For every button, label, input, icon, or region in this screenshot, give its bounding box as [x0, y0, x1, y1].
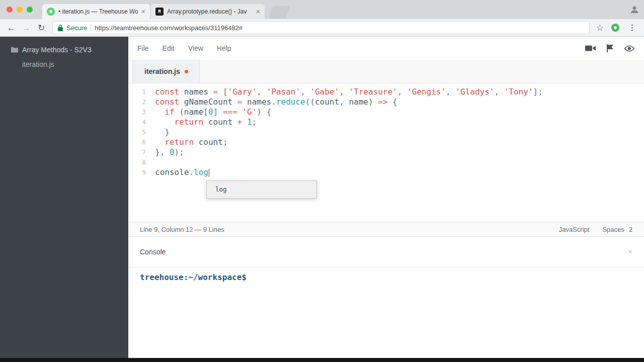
line-number: 7	[128, 147, 146, 157]
code-text: return count;	[146, 137, 228, 147]
console-close-icon[interactable]: ×	[628, 248, 632, 256]
new-tab-button[interactable]	[269, 6, 290, 19]
browser-tab-mdn[interactable]: M Array.prototype.reduce() - Jav ×	[151, 4, 265, 19]
autocomplete-popup: log	[206, 180, 317, 199]
menu-file[interactable]: File	[137, 44, 149, 52]
extension-icon[interactable]	[611, 24, 619, 32]
code-text: }	[146, 127, 170, 137]
window-minimize-button[interactable]	[17, 7, 23, 13]
code-text: return count + 1;	[146, 117, 257, 127]
profile-icon[interactable]	[630, 5, 639, 16]
file-tab-iteration-js[interactable]: iteration.js	[133, 60, 200, 83]
browser-window: • iteration.js — Treehouse Wor × M Array…	[0, 0, 644, 362]
code-text: const names = ['Gary', 'Pasan', 'Gabe', …	[146, 87, 543, 97]
code-line: 1const names = ['Gary', 'Pasan', 'Gabe',…	[128, 87, 644, 97]
browser-toolbar: ← → ↻ Secure https://teamtreehouse.com/w…	[0, 19, 644, 37]
browser-tab-title: Array.prototype.reduce() - Jav	[167, 8, 253, 15]
browser-tab-title: • iteration.js — Treehouse Wor	[58, 8, 138, 15]
eye-icon[interactable]	[624, 45, 635, 52]
workspace: Array Methods - S2V3 iteration.js File E…	[0, 37, 644, 358]
file-tab-bar: iteration.js	[128, 60, 644, 83]
line-number: 5	[128, 127, 146, 137]
browser-tabstrip: • iteration.js — Treehouse Wor × M Array…	[0, 0, 644, 19]
terminal-prompt: treehouse:~/workspace$	[140, 273, 247, 282]
back-button[interactable]: ←	[5, 24, 17, 32]
indent-selector[interactable]: Spaces 2	[602, 226, 632, 233]
browser-menu-dots-icon[interactable]: ⋮	[625, 23, 639, 32]
address-bar[interactable]: Secure https://teamtreehouse.com/workspa…	[52, 21, 590, 34]
line-number: 2	[128, 97, 146, 107]
file-tab-label: iteration.js	[144, 67, 180, 75]
code-editor[interactable]: 1const names = ['Gary', 'Pasan', 'Gabe',…	[128, 83, 644, 222]
mdn-favicon-icon: M	[155, 8, 164, 16]
line-number: 6	[128, 137, 146, 147]
line-number: 9	[128, 167, 146, 177]
menubar-actions	[585, 44, 635, 53]
line-number: 4	[128, 117, 146, 127]
code-text: }, 0);	[146, 147, 184, 157]
window-zoom-button[interactable]	[27, 7, 33, 13]
workspace-menubar: File Edit View Help	[128, 37, 644, 60]
project-folder-item[interactable]: Array Methods - S2V3	[11, 46, 128, 54]
console-terminal[interactable]: treehouse:~/workspace$	[128, 267, 644, 358]
flag-icon[interactable]	[606, 44, 614, 53]
treehouse-favicon-icon	[47, 8, 55, 16]
code-text: console.log	[146, 167, 209, 177]
code-line: 4 return count + 1;	[128, 117, 644, 127]
console-tab[interactable]: Console	[140, 248, 166, 256]
url-text: https://teamtreehouse.com/workspaces/311…	[95, 24, 243, 32]
console-header: Console ×	[128, 237, 644, 267]
indent-value: 2	[629, 226, 632, 233]
window-controls	[7, 7, 33, 13]
menu-edit[interactable]: Edit	[163, 44, 175, 52]
forward-button[interactable]: →	[20, 24, 32, 32]
security-label: Secure	[66, 24, 87, 32]
reload-button[interactable]: ↻	[35, 24, 47, 32]
unsaved-changes-dot	[185, 70, 188, 73]
editor-pane: File Edit View Help	[128, 37, 644, 358]
editor-statusbar: Line 9, Column 12 — 9 Lines JavaScript S…	[128, 222, 644, 237]
line-number: 8	[128, 157, 146, 167]
code-line: 5 }	[128, 127, 644, 137]
file-sidebar: Array Methods - S2V3 iteration.js	[0, 37, 128, 358]
language-selector[interactable]: JavaScript	[559, 226, 590, 233]
autocomplete-item[interactable]: log	[207, 181, 316, 198]
bottom-letterbox-bar	[0, 358, 644, 362]
cursor-position-label: Line 9, Column 12 — 9 Lines	[140, 226, 224, 233]
folder-icon	[11, 47, 18, 53]
line-number: 3	[128, 107, 146, 117]
code-line: 8	[128, 157, 644, 167]
code-line: 6 return count;	[128, 137, 644, 147]
code-line: 2const gNameCount = names.reduce((count,…	[128, 97, 644, 107]
window-close-button[interactable]	[7, 7, 13, 13]
indent-label: Spaces	[602, 226, 624, 233]
code-text	[146, 157, 155, 167]
sidebar-file-item[interactable]: iteration.js	[22, 60, 128, 68]
tab-close-icon[interactable]: ×	[256, 8, 260, 15]
tab-close-icon[interactable]: ×	[141, 8, 145, 15]
code-line: 3 if (name[0] === 'G') {	[128, 107, 644, 117]
code-text: const gNameCount = names.reduce((count, …	[146, 97, 397, 107]
code-line: 9console.log	[128, 167, 644, 177]
camera-icon[interactable]	[585, 44, 596, 52]
code-line: 7}, 0);	[128, 147, 644, 157]
padlock-icon	[58, 25, 63, 31]
statusbar-right: JavaScript Spaces 2	[559, 226, 632, 233]
browser-tab-workspace[interactable]: • iteration.js — Treehouse Wor ×	[42, 4, 150, 19]
text-cursor	[209, 169, 209, 177]
bookmark-star-icon[interactable]: ☆	[595, 24, 605, 32]
project-name: Array Methods - S2V3	[22, 46, 92, 54]
line-number: 1	[128, 87, 146, 97]
menu-view[interactable]: View	[188, 44, 203, 52]
console-panel: Console × treehouse:~/workspace$	[128, 237, 644, 358]
menu-help[interactable]: Help	[217, 44, 231, 52]
code-text: if (name[0] === 'G') {	[146, 107, 271, 117]
code-area: 1const names = ['Gary', 'Pasan', 'Gabe',…	[128, 87, 644, 177]
omnibox-separator	[91, 24, 91, 32]
